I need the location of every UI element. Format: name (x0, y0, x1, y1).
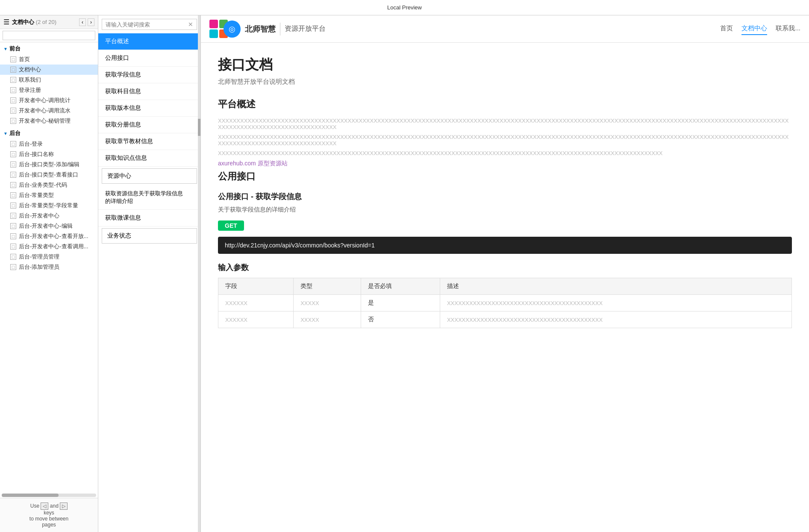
top-nav-links: 首页 文档中心 联系我... (720, 23, 800, 35)
tree-item-docs[interactable]: □ 文档中心 (0, 65, 98, 75)
page-icon: □ (10, 203, 16, 209)
tree-item-login[interactable]: □ 登录注册 (0, 85, 98, 95)
tree-item-backend-apitype-add[interactable]: □ 后台-接口类型-添加/编辑 (0, 159, 98, 170)
cell-desc-2: XXXXXXXXXXXXXXXXXXXXXXXXXXXXXXXXXXXXXXXX… (440, 312, 791, 328)
nav-item-get-chapter[interactable]: 获取章节教材信息 (98, 133, 200, 150)
page-icon: □ (10, 254, 16, 260)
outline-nav-arrows: ‹ › (79, 18, 94, 26)
outline-tree: ▼ 前台 □ 首页 □ 文档中心 □ 联系我们 □ 登录注册 (0, 42, 98, 493)
hint-move-label: to move between (29, 516, 68, 522)
logo-eye-icon: ◎ (224, 21, 241, 38)
cell-type-2: XXXXX (294, 312, 361, 328)
tree-section-frontend-header[interactable]: ▼ 前台 (0, 43, 98, 54)
tree-item-home[interactable]: □ 首页 (0, 54, 98, 65)
col-required: 是否必填 (361, 278, 440, 295)
nav-scrollbar[interactable] (198, 15, 200, 532)
page-icon: □ (10, 192, 16, 198)
hint-and-label: and (50, 503, 60, 509)
outline-search-input[interactable] (3, 31, 95, 40)
nav-item-get-knowledge[interactable]: 获取知识点信息 (98, 150, 200, 167)
top-nav-contact[interactable]: 联系我... (776, 23, 800, 35)
nav-item-get-grade[interactable]: 获取学段信息 (98, 67, 200, 83)
nav-item-get-version[interactable]: 获取版本信息 (98, 100, 200, 117)
page-icon: □ (10, 67, 16, 73)
tree-item-backend-apiname[interactable]: □ 后台-接口名称 (0, 149, 98, 159)
logo-area: ◎ 北师智慧 资源开放平台 (209, 20, 326, 38)
tree-section-backend-header[interactable]: ▼ 后台 (0, 128, 98, 139)
table-row: XXXXXX XXXXX 是 XXXXXXXXXXXXXXXXXXXXXXXXX… (218, 295, 792, 312)
nav-search-input[interactable] (106, 21, 188, 28)
placeholder-row-2: XXXXXXXXXXXXXXXXXXXXXXXXXXXXXXXXXXXXXXXX… (218, 134, 792, 147)
tree-item-contact[interactable]: □ 联系我们 (0, 75, 98, 85)
tree-item-dev-key[interactable]: □ 开发者中心-秘钥管理 (0, 116, 98, 126)
nav-section-resource-center[interactable]: 资源中心 (102, 168, 197, 184)
page-icon: □ (10, 213, 16, 219)
tree-item-backend-const-grade[interactable]: □ 后台-常量类型-学段常量 (0, 200, 98, 211)
page-icon: □ (10, 244, 16, 250)
top-nav-docs[interactable]: 文档中心 (741, 23, 767, 35)
tree-item-backend-dev-viewcall[interactable]: □ 后台-开发者中心-查看调用... (0, 241, 98, 252)
table-header-row: 字段 类型 是否必填 描述 (218, 278, 792, 295)
outline-panel: ☰ 文档中心 (2 of 20) ‹ › ▼ 前台 □ 首页 (0, 15, 98, 532)
nav-search-bar: ✕ (102, 19, 197, 30)
placeholder-row-1: XXXXXXXXXXXXXXXXXXXXXXXXXXXXXXXXXXXXXXXX… (218, 118, 792, 130)
tree-section-frontend: ▼ 前台 □ 首页 □ 文档中心 □ 联系我们 □ 登录注册 (0, 42, 98, 127)
tree-item-backend-dev-viewopen[interactable]: □ 后台-开发者中心-查看开放... (0, 231, 98, 241)
tree-item-backend-dev[interactable]: □ 后台-开发者中心 (0, 211, 98, 221)
bottom-nav-hint: Use ◁ and ▷ keys to move between pages (0, 498, 98, 532)
outline-scrollbar[interactable] (2, 494, 96, 497)
tree-item-dev-flow[interactable]: □ 开发者中心-调用流水 (0, 106, 98, 116)
table-row: XXXXXX XXXXX 否 XXXXXXXXXXXXXXXXXXXXXXXXX… (218, 312, 792, 328)
nav-item-public-api[interactable]: 公用接口 (98, 50, 200, 67)
get-method-badge: GET (218, 220, 244, 231)
nav-item-get-volume[interactable]: 获取分册信息 (98, 117, 200, 133)
top-nav-home[interactable]: 首页 (720, 23, 733, 35)
col-desc: 描述 (440, 278, 791, 295)
platform-overview-title: 平台概述 (218, 98, 792, 111)
logo-divider (280, 23, 280, 35)
tree-section-backend: ▼ 后台 □ 后台-登录 □ 后台-接口名称 □ 后台-接口类型-添加/编辑 □ (0, 127, 98, 273)
cell-type-1: XXXXX (294, 295, 361, 312)
tree-item-backend-dev-edit[interactable]: □ 后台-开发者中心-编辑 (0, 221, 98, 231)
page-icon: □ (10, 77, 16, 83)
page-icon: □ (10, 223, 16, 229)
clear-search-button[interactable]: ✕ (188, 21, 193, 28)
outline-title: 文档中心 (2 of 20) (12, 18, 76, 26)
right-key-icon: ▷ (60, 503, 68, 510)
page-icon: □ (10, 233, 16, 239)
public-api-title: 公用接口 (218, 170, 792, 183)
next-page-button[interactable]: › (88, 18, 94, 26)
page-icon: □ (10, 172, 16, 178)
tree-item-backend-admin[interactable]: □ 后台-管理员管理 (0, 252, 98, 262)
top-bar-title: Local Preview (387, 4, 422, 11)
tree-item-backend-biz-code[interactable]: □ 后台-业务类型-代码 (0, 180, 98, 190)
page-icon: □ (10, 118, 16, 124)
col-field: 字段 (218, 278, 294, 295)
cell-required-1: 是 (361, 295, 440, 312)
tree-item-dev-stats[interactable]: □ 开发者中心-调用统计 (0, 95, 98, 106)
prev-page-button[interactable]: ‹ (79, 18, 86, 26)
page-icon: □ (10, 97, 16, 103)
tree-item-backend-const[interactable]: □ 后台-常量类型 (0, 190, 98, 200)
nav-scrollbar-thumb (198, 119, 200, 136)
content-area: ◎ 北师智慧 资源开放平台 首页 文档中心 联系我... 接口文档 北师智慧开放… (201, 15, 809, 532)
cell-field-2: XXXXXX (218, 312, 294, 328)
top-bar: Local Preview (0, 0, 809, 15)
axure-link[interactable]: axurehub.com 原型资源站 (218, 160, 792, 168)
nav-item-platform-overview[interactable]: 平台概述 (98, 33, 200, 50)
nav-item-get-micro-course[interactable]: 获取微课信息 (98, 210, 200, 226)
page-icon: □ (10, 264, 16, 270)
tree-item-backend-apitype-view[interactable]: □ 后台-接口类型-查看接口 (0, 170, 98, 180)
public-api-desc: 关于获取学段信息的详细介绍 (218, 206, 792, 214)
page-icon: □ (10, 141, 16, 147)
left-key-icon: ◁ (41, 503, 48, 510)
hint-keys-label: keys (44, 510, 54, 516)
tree-item-backend-login[interactable]: □ 后台-登录 (0, 139, 98, 149)
nav-item-get-subject[interactable]: 获取科目信息 (98, 83, 200, 100)
hint-use-label: Use (30, 503, 41, 509)
nav-item-get-resource-detail[interactable]: 获取资源信息关于获取学段信息的详细介绍 (98, 185, 200, 210)
outline-scrollbar-thumb (2, 494, 59, 497)
tree-item-backend-add-admin[interactable]: □ 后台-添加管理员 (0, 262, 98, 272)
cell-desc-1: XXXXXXXXXXXXXXXXXXXXXXXXXXXXXXXXXXXXXXXX… (440, 295, 791, 312)
nav-section-biz-status[interactable]: 业务状态 (102, 228, 197, 244)
